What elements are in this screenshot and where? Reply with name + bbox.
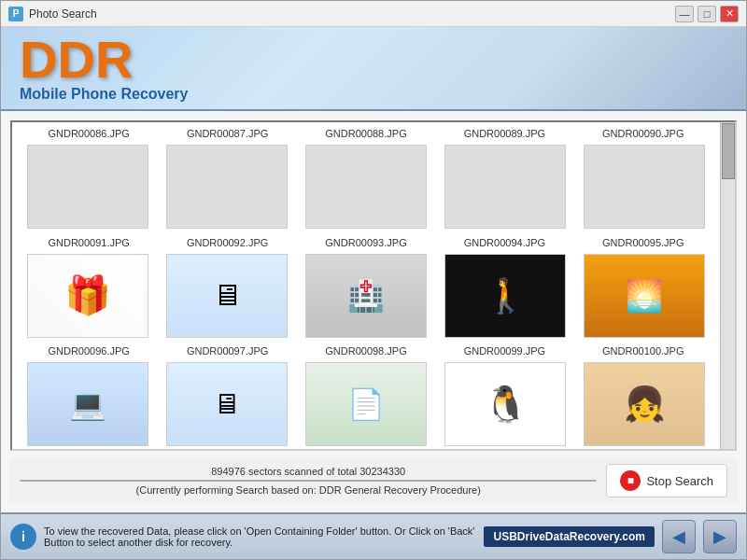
- thumbnail-88[interactable]: [305, 145, 427, 229]
- thumbnail-89[interactable]: [444, 145, 566, 229]
- row3-label-5: GNDR00100.JPG: [574, 343, 712, 358]
- info-icon: i: [10, 524, 36, 550]
- row3-label-2: GNDR00097.JPG: [158, 343, 296, 358]
- stop-search-button[interactable]: ■ Stop Search: [606, 464, 727, 497]
- thumbnail-100[interactable]: [584, 362, 705, 446]
- col-label-2: GNDR00087.JPG: [158, 126, 296, 141]
- logo-text: DDR: [20, 34, 170, 86]
- app-icon: P: [8, 7, 23, 21]
- thumbnail-96[interactable]: [27, 362, 148, 446]
- close-button[interactable]: ✕: [720, 6, 739, 22]
- footer: i To view the recovered Data, please cli…: [1, 512, 746, 559]
- list-item[interactable]: [298, 358, 433, 449]
- row3-headers: GNDR00096.JPG GNDR00097.JPG GNDR00098.JP…: [12, 340, 735, 358]
- row2-label-3: GNDR00093.JPG: [297, 235, 435, 250]
- list-item[interactable]: [20, 358, 155, 449]
- thumbnail-92[interactable]: [166, 254, 288, 338]
- row3-label-1: GNDR00096.JPG: [20, 343, 158, 358]
- thumbnail-99[interactable]: [444, 362, 566, 446]
- thumbnail-90[interactable]: [584, 145, 705, 229]
- maximize-button[interactable]: □: [698, 6, 716, 22]
- sectors-text: 894976 sectors scanned of total 30234330: [20, 466, 597, 477]
- list-item[interactable]: [159, 141, 294, 231]
- thumbnail-87[interactable]: [166, 145, 288, 229]
- progress-bar-container: [20, 480, 597, 482]
- next-button[interactable]: ▶: [703, 520, 737, 553]
- list-item[interactable]: [298, 141, 433, 231]
- main-content-area: GNDR00086.JPG GNDR00087.JPG GNDR00088.JP…: [1, 111, 746, 512]
- thumbnail-97[interactable]: [166, 362, 288, 446]
- thumbnail-94[interactable]: [444, 254, 566, 338]
- image-grid-row3: [12, 358, 735, 449]
- window-title: Photo Search: [29, 7, 675, 21]
- row2-label-4: GNDR00094.JPG: [435, 235, 573, 250]
- image-grid-container: GNDR00086.JPG GNDR00087.JPG GNDR00088.JP…: [10, 120, 737, 451]
- progress-area: 894976 sectors scanned of total 30234330…: [10, 458, 737, 503]
- col-label-5: GNDR00090.JPG: [574, 126, 712, 141]
- list-item[interactable]: [438, 358, 573, 449]
- row1-headers: GNDR00086.JPG GNDR00087.JPG GNDR00088.JP…: [12, 122, 735, 141]
- progress-row: 894976 sectors scanned of total 30234330…: [20, 464, 727, 497]
- row2-label-5: GNDR00095.JPG: [574, 235, 712, 250]
- back-button[interactable]: ◀: [662, 520, 696, 553]
- thumbnail-98[interactable]: [305, 362, 427, 446]
- minimize-button[interactable]: —: [675, 6, 694, 22]
- list-item[interactable]: [577, 250, 712, 341]
- list-item[interactable]: [577, 141, 712, 231]
- row3-label-4: GNDR00099.JPG: [435, 343, 573, 358]
- procedure-text: (Currently performing Search based on: D…: [20, 484, 597, 496]
- stop-label: Stop Search: [646, 474, 713, 488]
- col-label-3: GNDR00088.JPG: [297, 126, 435, 141]
- list-item[interactable]: [159, 358, 294, 449]
- thumbnail-95[interactable]: [584, 254, 705, 338]
- app-subtitle: Mobile Phone Recovery: [20, 86, 189, 103]
- col-label-4: GNDR00089.JPG: [435, 126, 573, 141]
- window-controls: — □ ✕: [675, 6, 739, 22]
- scrollbar-thumb[interactable]: [722, 123, 735, 179]
- brand-label: USBDriveDataRecovery.com: [484, 526, 655, 547]
- footer-info-text: To view the recovered Data, please click…: [44, 525, 476, 548]
- list-item[interactable]: [20, 141, 155, 231]
- image-grid-row1: [12, 141, 735, 231]
- main-window: P Photo Search — □ ✕ DDR Mobile Phone Re…: [0, 0, 747, 560]
- list-item[interactable]: [438, 141, 573, 231]
- list-item[interactable]: [159, 250, 294, 341]
- title-bar: P Photo Search — □ ✕: [1, 1, 746, 27]
- list-item[interactable]: [298, 250, 433, 341]
- list-item[interactable]: [577, 358, 712, 449]
- image-grid-row2: [12, 250, 735, 341]
- col-label-1: GNDR00086.JPG: [20, 126, 158, 141]
- thumbnail-93[interactable]: [305, 254, 427, 338]
- row2-label-1: GNDR00091.JPG: [20, 235, 158, 250]
- row2-label-2: GNDR00092.JPG: [158, 235, 296, 250]
- thumbnail-86[interactable]: [27, 145, 148, 229]
- list-item[interactable]: [20, 250, 155, 341]
- stop-icon: ■: [620, 470, 641, 491]
- thumbnail-91[interactable]: [27, 254, 148, 338]
- vertical-scrollbar[interactable]: [720, 122, 735, 449]
- row3-label-3: GNDR00098.JPG: [297, 343, 435, 358]
- list-item[interactable]: [438, 250, 573, 341]
- row2-headers: GNDR00091.JPG GNDR00092.JPG GNDR00093.JP…: [12, 231, 735, 250]
- app-header: DDR Mobile Phone Recovery: [1, 27, 746, 111]
